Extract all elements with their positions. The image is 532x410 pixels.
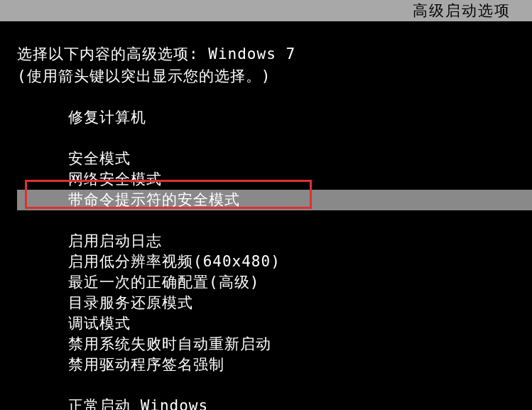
menu-item-safe-mode-cmd[interactable]: 带命令提示符的安全模式: [17, 190, 532, 210]
menu-item-safe-mode[interactable]: 安全模式: [17, 149, 532, 169]
menu-item-disable-auto-restart[interactable]: 禁用系统失败时自动重新启动: [17, 334, 532, 355]
title-text: 高级启动选项: [413, 2, 511, 19]
menu-item-enable-boot-log[interactable]: 启用启动日志: [17, 231, 532, 252]
hint-line: (使用箭头键以突出显示您的选择。): [17, 66, 532, 87]
boot-menu[interactable]: 修复计算机 安全模式 网络安全模式 带命令提示符的安全模式 启用启动日志 启用低…: [17, 107, 532, 410]
menu-item-repair[interactable]: 修复计算机: [17, 107, 532, 128]
title-bar: 高级启动选项: [0, 0, 532, 21]
menu-item-start-normal[interactable]: 正常启动 Windows: [17, 396, 532, 410]
menu-item-ds-restore[interactable]: 目录服务还原模式: [17, 293, 532, 313]
prompt-line: 选择以下内容的高级选项: Windows 7: [17, 44, 532, 65]
menu-spacer: [17, 375, 532, 396]
menu-item-disable-driver-sig[interactable]: 禁用驱动程序签名强制: [17, 355, 532, 375]
menu-item-last-known-good[interactable]: 最近一次的正确配置(高级): [17, 272, 532, 293]
menu-item-safe-mode-network[interactable]: 网络安全模式: [17, 169, 532, 190]
menu-item-debug-mode[interactable]: 调试模式: [17, 313, 532, 334]
menu-spacer: [17, 128, 532, 149]
content-area: 选择以下内容的高级选项: Windows 7 (使用箭头键以突出显示您的选择。)…: [0, 21, 532, 410]
menu-item-enable-low-res[interactable]: 启用低分辨率视频(640x480): [17, 252, 532, 272]
menu-spacer: [17, 210, 532, 231]
